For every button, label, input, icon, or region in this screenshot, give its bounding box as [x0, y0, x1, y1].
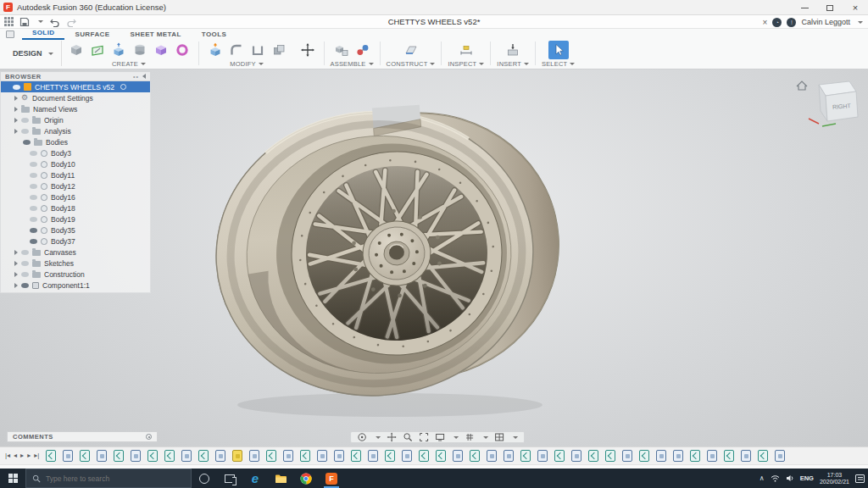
press-pull-icon[interactable] [205, 41, 225, 59]
expand-arrow-icon[interactable] [14, 96, 18, 101]
display-caret-icon[interactable] [453, 436, 459, 439]
select-cursor-icon[interactable] [548, 41, 569, 59]
expand-arrow-icon[interactable] [14, 129, 18, 134]
body-item[interactable]: Body35 [1, 225, 150, 236]
move-copy-icon[interactable] [298, 41, 318, 59]
timeline-feature[interactable] [419, 450, 429, 462]
timeline-feature[interactable] [690, 450, 700, 462]
new-component-assemble-icon[interactable] [331, 41, 352, 59]
user-name[interactable]: Calvin Leggott [801, 18, 850, 26]
collapse-browser-icon[interactable] [142, 74, 146, 79]
timeline-feature[interactable] [639, 450, 649, 462]
file-explorer-button[interactable] [268, 469, 293, 488]
timeline-feature[interactable] [114, 450, 124, 462]
browser-item[interactable]: Sketches [1, 258, 150, 269]
job-status-icon[interactable]: ◔ [772, 18, 782, 27]
browser-item[interactable]: Canvases [1, 247, 150, 258]
visibility-eye-icon[interactable] [21, 283, 29, 288]
create-menu[interactable]: CREATE [112, 60, 146, 68]
ribbon-tab[interactable]: SURFACE [64, 30, 120, 40]
create-sketch-icon[interactable] [87, 41, 108, 59]
fusion360-taskbar-button[interactable]: F [319, 469, 344, 488]
timeline-feature[interactable] [707, 450, 717, 462]
expand-arrow-icon[interactable] [14, 272, 18, 277]
timeline-feature[interactable] [147, 450, 158, 462]
wifi-icon[interactable] [771, 474, 780, 482]
visibility-eye-icon[interactable] [21, 261, 29, 266]
browser-item[interactable]: Component1:1 [1, 280, 150, 291]
visibility-eye-icon[interactable] [30, 228, 37, 233]
measure-icon[interactable] [456, 41, 476, 59]
timeline-feature[interactable] [571, 450, 581, 462]
ribbon-tab[interactable]: SOLID [22, 29, 64, 40]
extrude-icon[interactable] [108, 41, 129, 59]
timeline-feature[interactable] [215, 450, 225, 462]
construction-plane-icon[interactable] [401, 41, 421, 59]
display-settings-icon[interactable] [435, 432, 445, 442]
modify-menu[interactable]: MODIFY [230, 60, 263, 68]
timeline-feature[interactable] [758, 450, 768, 462]
body-item[interactable]: Body16 [1, 191, 150, 202]
timeline-feature[interactable] [453, 450, 463, 462]
redo-icon[interactable] [66, 17, 77, 27]
joint-icon[interactable] [353, 41, 373, 59]
visibility-eye-icon[interactable] [21, 129, 29, 134]
task-view-button[interactable] [217, 469, 242, 488]
step-back-icon[interactable]: ◂ [14, 452, 17, 460]
browser-item[interactable]: Named Views [1, 103, 150, 114]
viewports-icon[interactable] [494, 432, 504, 442]
visibility-eye-icon[interactable] [30, 195, 37, 200]
undo-icon[interactable] [49, 17, 60, 27]
comments-bar[interactable]: COMMENTS [7, 431, 158, 442]
visibility-eye-icon[interactable] [30, 162, 37, 167]
timeline-feature[interactable] [232, 450, 242, 462]
notifications-icon[interactable]: ! [787, 18, 796, 27]
close-button[interactable]: × [843, 0, 868, 15]
close-document-icon[interactable]: × [763, 18, 768, 27]
visibility-eye-icon[interactable] [30, 184, 37, 189]
timeline-feature[interactable] [164, 450, 175, 462]
timeline-feature[interactable] [46, 450, 56, 462]
view-cube[interactable]: RIGHT [793, 75, 865, 129]
user-menu-caret-icon[interactable] [858, 21, 863, 24]
body-item[interactable]: Body3 [1, 147, 150, 158]
visibility-eye-icon[interactable] [30, 173, 37, 178]
play-icon[interactable]: ▸ [20, 452, 24, 460]
visibility-eye-icon[interactable] [30, 217, 37, 222]
timeline-feature[interactable] [554, 450, 565, 462]
browser-item[interactable]: Origin [1, 114, 150, 125]
search-input[interactable] [46, 474, 173, 483]
save-icon[interactable] [19, 17, 30, 27]
zoom-icon[interactable] [403, 432, 413, 442]
timeline-feature[interactable] [741, 450, 751, 462]
insert-menu[interactable]: INSERT [497, 60, 529, 68]
fillet-icon[interactable] [226, 41, 247, 59]
body-item[interactable]: Body19 [1, 214, 150, 225]
timeline-feature[interactable] [97, 450, 107, 462]
body-item[interactable]: Body37 [1, 236, 150, 247]
timeline-feature[interactable] [470, 450, 480, 462]
grid-caret-icon[interactable] [483, 436, 488, 439]
timeline-feature[interactable] [198, 450, 209, 462]
orbit-icon[interactable] [357, 432, 367, 442]
timeline-feature[interactable] [131, 450, 141, 462]
taskbar-search[interactable] [25, 469, 192, 488]
browser-item[interactable]: Analysis [1, 125, 150, 136]
language-indicator[interactable]: ENG [800, 474, 814, 482]
minimize-button[interactable] [792, 0, 817, 15]
expand-arrow-icon[interactable] [14, 250, 18, 255]
expand-arrow-icon[interactable] [14, 107, 18, 112]
save-menu-caret-icon[interactable] [38, 20, 43, 23]
timeline-feature[interactable] [334, 450, 344, 462]
new-component-icon[interactable] [66, 41, 86, 59]
timeline-feature[interactable] [317, 450, 327, 462]
expand-arrow-icon[interactable] [14, 261, 18, 266]
timeline-feature[interactable] [181, 450, 192, 462]
timeline-feature[interactable] [368, 450, 378, 462]
body-item[interactable]: Body11 [1, 169, 150, 180]
select-menu[interactable]: SELECT [542, 60, 575, 68]
browser-item-bodies[interactable]: Bodies [1, 136, 150, 147]
expand-arrow-icon[interactable] [14, 118, 18, 123]
expand-arrow-icon[interactable] [14, 283, 18, 288]
body-item[interactable]: Body12 [1, 180, 150, 191]
